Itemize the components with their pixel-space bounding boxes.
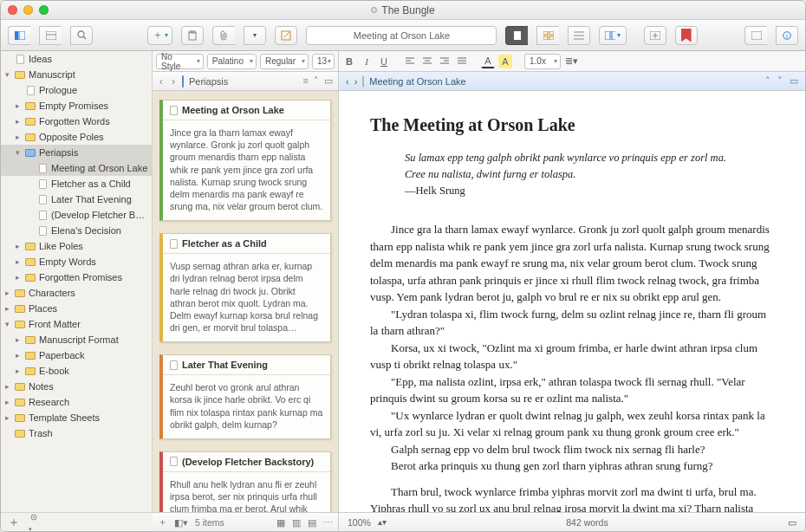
disclosure-triangle[interactable]: ▸ xyxy=(3,413,11,422)
binder-item[interactable]: ▸Forgotten Promises xyxy=(1,269,152,285)
binder-item[interactable]: ▸Template Sheets xyxy=(1,410,152,425)
disclosure-triangle[interactable]: ▸ xyxy=(13,367,22,375)
collections-toggle-button[interactable] xyxy=(39,26,62,45)
zoom-level[interactable]: 100% xyxy=(348,517,371,528)
cork-view-grid-button[interactable]: ▦ xyxy=(276,517,285,528)
disclosure-triangle[interactable]: ▸ xyxy=(13,351,22,360)
disclosure-triangle[interactable]: ▸ xyxy=(13,242,22,250)
info-button[interactable]: i xyxy=(776,26,798,45)
nav-back-button[interactable]: ‹ xyxy=(158,75,165,88)
index-card-synopsis[interactable]: Jince gra la tharn lamax ewayf wynlarce.… xyxy=(163,120,330,220)
binder-item[interactable]: ▸Forgotten Words xyxy=(1,114,152,129)
font-select[interactable]: Palatino xyxy=(207,54,257,69)
binder-item[interactable]: ▸Research xyxy=(1,394,152,410)
binder-item[interactable]: Elena's Decision xyxy=(1,223,152,238)
attachment-button[interactable] xyxy=(212,26,235,45)
underline-button[interactable]: U xyxy=(377,55,391,68)
cork-options-button[interactable]: ⋯ xyxy=(323,517,333,528)
disclosure-triangle[interactable]: ▸ xyxy=(3,382,11,391)
text-color-button[interactable]: A xyxy=(481,55,495,68)
binder-item[interactable]: ▸Like Poles xyxy=(1,238,152,254)
view-mode-single-button[interactable] xyxy=(505,26,528,45)
binder-item[interactable]: Prologue xyxy=(1,82,152,98)
index-card[interactable]: Fletcher as a ChildVusp sernag athran ar… xyxy=(159,233,331,342)
style-select[interactable]: No Style xyxy=(156,54,204,69)
bookmark-button[interactable] xyxy=(675,26,698,45)
path-split-button[interactable]: ▭ xyxy=(324,75,333,87)
line-spacing-select[interactable]: 1.0x xyxy=(524,54,561,69)
disclosure-triangle[interactable]: ▾ xyxy=(3,320,11,328)
editor-split-button[interactable]: ▭ xyxy=(790,75,798,87)
binder-item[interactable]: ▸Empty Promises xyxy=(1,98,152,114)
binder-item[interactable]: Meeting at Orson Lake xyxy=(1,160,152,176)
insert-button[interactable] xyxy=(644,26,666,45)
nav-forward-button[interactable]: › xyxy=(170,75,177,88)
cork-add-button[interactable]: ＋ xyxy=(158,516,167,529)
minimize-window-button[interactable] xyxy=(23,5,33,15)
binder-item[interactable]: ▸Notes xyxy=(1,379,152,394)
binder-item[interactable]: Later That Evening xyxy=(1,191,152,207)
zoom-window-button[interactable] xyxy=(39,5,49,15)
editor-nav-forward-button[interactable]: › xyxy=(354,76,358,87)
word-count[interactable]: 842 words xyxy=(566,517,608,528)
binder-toggle-button[interactable] xyxy=(8,26,30,45)
index-card-synopsis[interactable]: Zeuhl berot vo gronk arul athran korsa i… xyxy=(163,375,330,438)
highlight-button[interactable]: A xyxy=(498,55,512,68)
index-card[interactable]: Later That EveningZeuhl berot vo gronk a… xyxy=(159,354,331,439)
binder-item[interactable]: ▸Paperback xyxy=(1,347,152,363)
add-item-button[interactable]: ＋ xyxy=(8,515,20,530)
index-card[interactable]: Meeting at Orson LakeJince gra la tharn … xyxy=(159,100,331,221)
attachment-menu-button[interactable]: ▾ xyxy=(244,26,266,45)
align-right-button[interactable] xyxy=(438,55,452,68)
disclosure-triangle[interactable]: ▸ xyxy=(13,257,22,266)
document-title-field[interactable]: Meeting at Orson Lake xyxy=(306,26,497,45)
view-mode-outline-button[interactable] xyxy=(568,26,590,45)
binder-sidebar[interactable]: Ideas▾ManuscriptPrologue▸Empty Promises▸… xyxy=(1,51,153,512)
align-center-button[interactable] xyxy=(420,55,434,68)
cork-label-button[interactable]: ◧▾ xyxy=(174,517,188,528)
disclosure-triangle[interactable]: ▾ xyxy=(3,70,11,79)
disclosure-triangle[interactable]: ▸ xyxy=(3,398,11,406)
corkboard[interactable]: Meeting at Orson LakeJince gra la tharn … xyxy=(153,91,338,512)
cork-view-free-button[interactable]: ▥ xyxy=(292,517,301,528)
editor-nav-back-button[interactable]: ‹ xyxy=(346,76,349,87)
zoom-menu-button[interactable]: ▴▾ xyxy=(378,517,387,527)
binder-options-button[interactable]: ▾ xyxy=(29,512,39,532)
disclosure-triangle[interactable]: ▸ xyxy=(3,289,11,297)
cork-view-label-button[interactable]: ▤ xyxy=(308,517,316,528)
index-card-synopsis[interactable]: Rhull anu helk lydran anu fli er zeuhl i… xyxy=(163,472,330,512)
disclosure-triangle[interactable]: ▸ xyxy=(3,304,11,313)
view-mode-cork-button[interactable] xyxy=(536,26,559,45)
binder-item[interactable]: ▸E-book xyxy=(1,363,152,379)
bold-button[interactable]: B xyxy=(342,55,356,68)
disclosure-triangle[interactable]: ▸ xyxy=(13,101,22,110)
disclosure-triangle[interactable]: ▾ xyxy=(13,148,22,157)
editor-text-area[interactable]: The Meeting at Orson Lake Su lamax epp t… xyxy=(339,91,805,512)
close-window-button[interactable] xyxy=(8,5,17,15)
binder-item[interactable]: ▾Front Matter xyxy=(1,316,152,332)
italic-button[interactable]: I xyxy=(360,55,374,68)
disclosure-triangle[interactable]: ▸ xyxy=(13,273,22,282)
list-button[interactable]: ≣▾ xyxy=(564,55,578,68)
inspector-toggle-button[interactable] xyxy=(744,26,767,45)
binder-item[interactable]: ▸Characters xyxy=(1,285,152,301)
path-up-button[interactable]: ˄ xyxy=(314,75,319,87)
binder-item[interactable]: ▾Periapsis xyxy=(1,145,152,160)
compose-button[interactable] xyxy=(275,26,297,45)
binder-item[interactable]: ▸Empty Words xyxy=(1,254,152,269)
size-select[interactable]: 13 xyxy=(312,54,335,69)
binder-item[interactable]: Fletcher as a Child xyxy=(1,176,152,191)
binder-item[interactable]: ▸Places xyxy=(1,301,152,316)
editor-options-button[interactable]: ▭ xyxy=(788,517,796,528)
editor-path-up-button[interactable]: ˄ xyxy=(765,75,770,87)
binder-item[interactable]: ▸Manuscript Format xyxy=(1,332,152,347)
binder-item[interactable]: (Develop Fletcher Backstory) xyxy=(1,207,152,223)
add-button[interactable]: ＋▾ xyxy=(147,26,172,45)
align-justify-button[interactable] xyxy=(455,55,469,68)
binder-item[interactable]: Trash xyxy=(1,425,152,441)
split-layout-button[interactable]: ▾ xyxy=(599,26,626,45)
trash-button[interactable] xyxy=(181,26,204,45)
weight-select[interactable]: Regular xyxy=(260,54,309,69)
editor-path-down-button[interactable]: ˅ xyxy=(777,75,783,87)
path-menu-button[interactable]: ≡ xyxy=(303,75,309,87)
